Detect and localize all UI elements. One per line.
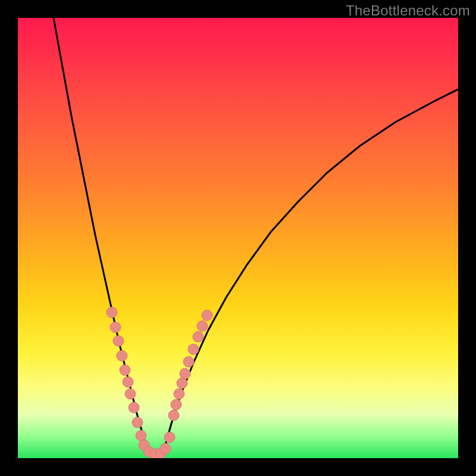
data-dot xyxy=(107,307,117,318)
data-dots xyxy=(107,307,212,458)
data-dot xyxy=(129,402,139,413)
data-dot xyxy=(125,389,136,399)
data-dot xyxy=(171,399,181,410)
data-dot xyxy=(164,432,175,443)
data-dot xyxy=(120,365,130,375)
watermark-text: TheBottleneck.com xyxy=(346,2,470,19)
left-curve xyxy=(54,18,148,452)
data-dot xyxy=(177,378,187,389)
data-dot xyxy=(183,356,194,367)
data-dot xyxy=(132,417,143,428)
data-dot xyxy=(136,430,146,441)
data-dot xyxy=(193,331,203,342)
data-dot xyxy=(110,322,121,333)
data-dot xyxy=(202,310,212,321)
chart-plot-area xyxy=(18,18,458,458)
data-dot xyxy=(113,336,124,346)
data-dot xyxy=(188,344,199,355)
chart-frame: TheBottleneck.com xyxy=(0,0,476,476)
data-dot xyxy=(197,321,208,331)
right-curve xyxy=(164,89,458,452)
data-dot xyxy=(117,350,127,361)
data-dot xyxy=(168,410,179,421)
data-dot xyxy=(174,389,184,399)
data-dot xyxy=(123,377,133,387)
data-dot xyxy=(160,443,171,454)
data-dot xyxy=(180,368,190,379)
chart-svg xyxy=(18,18,458,458)
